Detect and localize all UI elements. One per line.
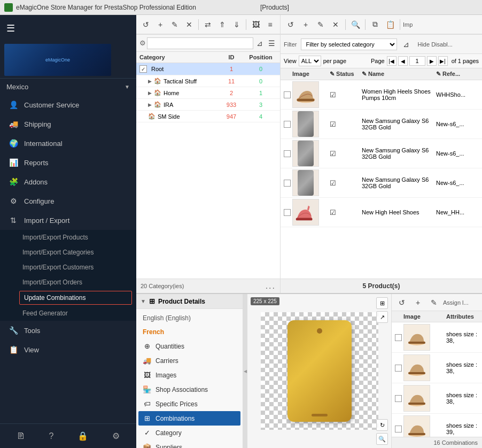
prod-add-button[interactable]: + [299, 18, 313, 32]
prod-check-5[interactable] [284, 209, 291, 216]
detail-suppliers[interactable]: 📦 Suppliers [138, 440, 240, 448]
collapse-icon[interactable]: ▼ [141, 298, 146, 304]
prod-row-4[interactable]: ☑ New Samsung Galaxy S6 32GB Gold New-s6… [281, 168, 482, 198]
comb-check-1[interactable] [395, 334, 402, 341]
comb-row-4[interactable]: shoes size : 39, [392, 414, 482, 437]
sidebar-subitem-update-combinations[interactable]: Update Combinations [19, 291, 132, 305]
prod-check-2[interactable] [284, 121, 291, 128]
sidebar-item-addons[interactable]: 🧩 Addons [0, 172, 136, 191]
category-more-button[interactable]: ... [266, 281, 276, 291]
filter-funnel-button[interactable]: ⊿ [399, 37, 413, 51]
comb-check-3[interactable] [395, 395, 402, 402]
detail-quantities[interactable]: ⊕ Quantities [138, 339, 240, 353]
sidebar-subitem-feed-generator[interactable]: Feed Generator [0, 306, 136, 321]
sidebar-item-view[interactable]: 📋 View [0, 340, 136, 359]
download-button[interactable]: ⇓ [230, 18, 244, 32]
refresh-button[interactable]: ↺ [139, 18, 153, 32]
comb-row-3[interactable]: shoes size : 38, [392, 383, 482, 414]
comb-row-1[interactable]: shoes size : 38, [392, 322, 482, 353]
sidebar-item-configure[interactable]: ⚙ Configure [0, 191, 136, 211]
detail-images[interactable]: 🖼 Images [138, 368, 240, 382]
detail-combinations[interactable]: ⊞ Combinations [138, 411, 240, 426]
sidebar-item-customer-service[interactable]: 👤 Customer Service [0, 95, 136, 114]
zoom-image-button[interactable]: 🔍 [376, 433, 388, 445]
prod-delete-button[interactable]: ✕ [329, 18, 343, 32]
footer-doc-icon[interactable]: 🖹 [17, 431, 25, 441]
expand-home-icon[interactable]: ▶ [148, 90, 152, 96]
sidebar-item-shipping[interactable]: 🚚 Shipping [0, 114, 136, 134]
sidebar-subitem-ie-orders[interactable]: Import/Export Orders [0, 275, 136, 290]
comb-check-2[interactable] [395, 365, 402, 372]
prod-search-button[interactable]: 🔍 [348, 18, 362, 32]
image-button[interactable]: 🖼 [249, 18, 262, 32]
sync-button[interactable]: ⇄ [201, 18, 215, 32]
cat-row-tactical[interactable]: ▶ 🏠 Tactical Stuff 11 0 [136, 75, 280, 87]
rotate-image-button[interactable]: ↻ [376, 419, 388, 431]
last-page-button[interactable]: ▶| [438, 56, 448, 66]
next-page-button[interactable]: ▶ [427, 56, 437, 66]
category-toolbar: ↺ + ✎ ✕ ⇄ ⇑ ⇓ 🖼 ≡ [136, 15, 281, 34]
comb-check-4[interactable] [395, 426, 402, 432]
prod-edit-button[interactable]: ✎ [314, 18, 328, 32]
sidebar-item-import-export[interactable]: ⇅ Import / Export [0, 211, 136, 230]
sidebar-item-tools[interactable]: 🔧 Tools [0, 321, 136, 340]
comb-refresh-button[interactable]: ↺ [395, 296, 409, 310]
comb-edit-button[interactable]: ✎ [427, 296, 441, 310]
sidebar-subitem-ie-categories[interactable]: Import/Export Categories [0, 245, 136, 260]
detail-specific-prices[interactable]: 🏷 Specific Prices [138, 397, 240, 411]
edit-button[interactable]: ✎ [168, 18, 182, 32]
sidebar-subitem-ie-products[interactable]: Import/Export Products [0, 230, 136, 245]
lang-english[interactable]: English (English) [138, 311, 240, 325]
detail-category[interactable]: ✓ Category [138, 426, 240, 440]
prod-row-1[interactable]: ☑ Women High Heels Shoes Pumps 10cm WHHS… [281, 80, 482, 110]
prod-row-2[interactable]: ☑ New Samsung Galaxy S6 32GB Gold New-s6… [281, 110, 482, 139]
delete-button[interactable]: ✕ [182, 18, 196, 32]
cat-pos-root: 0 [245, 66, 277, 72]
first-page-button[interactable]: |◀ [387, 56, 397, 66]
sidebar-subitem-ie-customers[interactable]: Import/Export Customers [0, 260, 136, 275]
footer-settings-icon[interactable]: ⚙ [112, 431, 120, 441]
prod-check-3[interactable] [284, 150, 291, 157]
cat-filter-button[interactable]: ⊿ [254, 38, 265, 49]
cat-columns-button[interactable]: ☰ [266, 38, 277, 49]
detail-carriers[interactable]: 🚚 Carriers [138, 353, 240, 368]
detail-shop-associations[interactable]: 🏪 Shop Associations [138, 382, 240, 397]
filter-select[interactable]: Filter by selected category [301, 38, 397, 50]
cat-row-ira[interactable]: ▶ 🏠 IRA 933 3 [136, 99, 280, 111]
prod-row-3[interactable]: ☑ New Samsung Galaxy S6 32GB Gold New-s6… [281, 139, 482, 168]
expand-ira-icon[interactable]: ▶ [148, 102, 152, 107]
sidebar-region[interactable]: Mexico ▼ [0, 78, 136, 95]
hamburger-button[interactable]: ☰ [6, 22, 15, 34]
view-select[interactable]: ALL [299, 56, 321, 66]
cat-row-smside[interactable]: 🏠 SM Side 947 4 [136, 111, 280, 122]
prev-page-button[interactable]: ◀ [398, 56, 408, 66]
prod-col-image: Image [292, 71, 330, 78]
footer-help-icon[interactable]: ? [49, 431, 54, 441]
prod-check-1[interactable] [284, 91, 291, 98]
prod-refresh-button[interactable]: ↺ [284, 18, 298, 32]
comb-col-image: Image [403, 313, 446, 320]
sidebar-item-international[interactable]: 🌍 International [0, 134, 136, 153]
category-search-input[interactable] [147, 37, 253, 49]
svg-rect-1 [297, 99, 315, 102]
expand-image-button[interactable]: ⊞ [376, 297, 388, 309]
sidebar-item-reports[interactable]: 📊 Reports [0, 153, 136, 172]
prod-row-5[interactable]: ☑ New High Heel Shoes New_HH... [281, 198, 482, 227]
expand-tactical-icon[interactable]: ▶ [148, 79, 152, 84]
comb-add-button[interactable]: + [411, 296, 425, 310]
page-input[interactable] [409, 56, 425, 66]
cat-checkbox-root[interactable] [139, 65, 147, 73]
cat-row-root[interactable]: Root 1 0 [136, 63, 280, 75]
panel-divider[interactable] [243, 294, 247, 448]
menu-button[interactable]: ≡ [263, 18, 277, 32]
prod-paste-button[interactable]: 📋 [383, 18, 397, 32]
add-button[interactable]: + [154, 18, 167, 32]
upload-button[interactable]: ⇑ [216, 18, 229, 32]
lang-french[interactable]: French [138, 325, 240, 339]
prod-check-4[interactable] [284, 180, 291, 187]
prod-copy-button[interactable]: ⧉ [368, 18, 382, 32]
open-image-button[interactable]: ↗ [376, 311, 388, 323]
footer-lock-icon[interactable]: 🔒 [77, 431, 88, 441]
comb-row-2[interactable]: shoes size : 38, [392, 353, 482, 383]
cat-row-home[interactable]: ▶ 🏠 Home 2 1 [136, 87, 280, 99]
